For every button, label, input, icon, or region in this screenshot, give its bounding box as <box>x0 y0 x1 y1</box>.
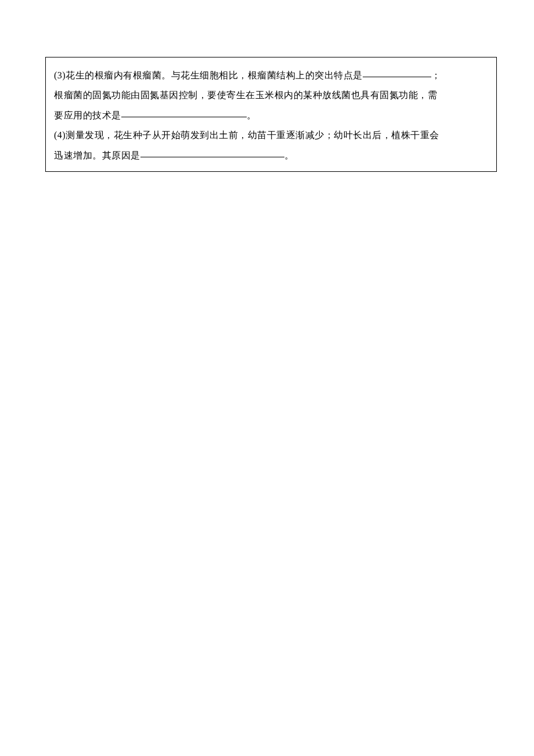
q3-part1-text: (3)花生的根瘤内有根瘤菌。与花生细胞相比，根瘤菌结构上的突出特点是 <box>54 70 363 80</box>
text-line-2: 根瘤菌的固氮功能由固氮基因控制，要使寄生在玉米根内的某种放线菌也具有固氮功能，需 <box>54 85 488 105</box>
q4-part2-prefix: 迅速增加。其原因是 <box>54 150 140 160</box>
q3-part1-suffix: ； <box>431 70 441 80</box>
q4-part2-suffix: 。 <box>284 150 294 160</box>
blank-field-1[interactable] <box>363 68 431 77</box>
q3-part3-prefix: 要应用的技术是 <box>54 110 121 120</box>
text-line-5: 迅速增加。其原因是。 <box>54 146 488 165</box>
blank-field-2[interactable] <box>121 108 247 117</box>
question-box: (3)花生的根瘤内有根瘤菌。与花生细胞相比，根瘤菌结构上的突出特点是； 根瘤菌的… <box>45 57 497 172</box>
q3-part3-suffix: 。 <box>247 110 257 120</box>
text-line-1: (3)花生的根瘤内有根瘤菌。与花生细胞相比，根瘤菌结构上的突出特点是； <box>54 66 488 85</box>
text-line-3: 要应用的技术是。 <box>54 106 488 125</box>
blank-field-3[interactable] <box>140 148 284 157</box>
text-line-4: (4)测量发现，花生种子从开始萌发到出土前，幼苗干重逐渐减少；幼叶长出后，植株干… <box>54 125 488 145</box>
q4-part1-text: (4)测量发现，花生种子从开始萌发到出土前，幼苗干重逐渐减少；幼叶长出后，植株干… <box>54 130 439 140</box>
q3-part2-text: 根瘤菌的固氮功能由固氮基因控制，要使寄生在玉米根内的某种放线菌也具有固氮功能，需 <box>54 90 437 100</box>
page-container: (3)花生的根瘤内有根瘤菌。与花生细胞相比，根瘤菌结构上的突出特点是； 根瘤菌的… <box>0 0 534 172</box>
